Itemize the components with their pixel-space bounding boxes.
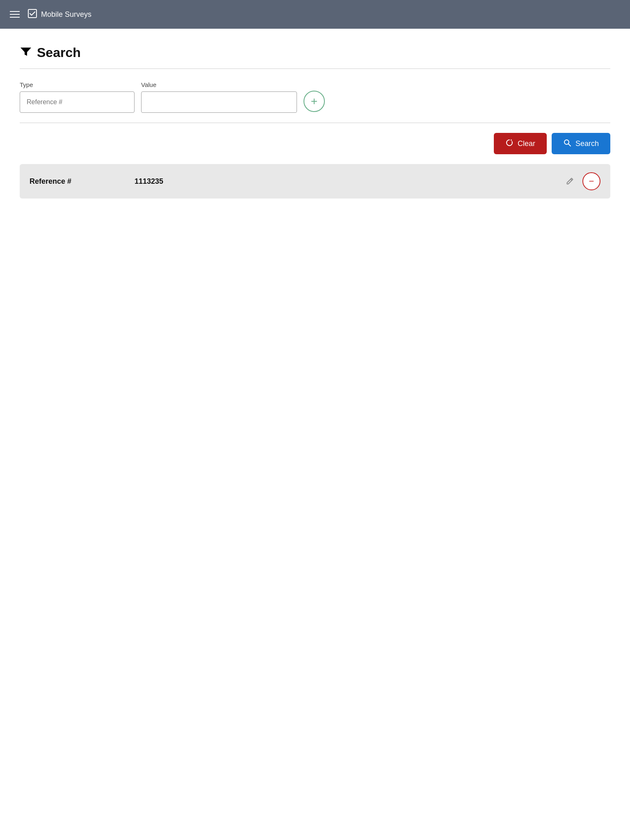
value-input[interactable]: [141, 91, 297, 113]
type-input[interactable]: [20, 91, 135, 113]
form-divider: [20, 123, 610, 123]
svg-line-3: [568, 144, 571, 146]
clear-button-label: Clear: [518, 139, 535, 148]
svg-line-4: [571, 179, 572, 181]
type-label: Type: [20, 81, 135, 88]
page-heading: Search: [20, 45, 610, 60]
value-label: Value: [141, 81, 297, 88]
minus-icon: −: [589, 177, 594, 186]
value-field-group: Value: [141, 81, 297, 113]
refresh-icon: [505, 139, 514, 149]
clear-button[interactable]: Clear: [494, 133, 547, 154]
action-buttons-row: Clear Search: [20, 133, 610, 154]
add-criteria-button[interactable]: +: [304, 91, 325, 112]
result-value: 1113235: [135, 177, 557, 186]
remove-result-button[interactable]: −: [582, 172, 600, 190]
type-field-group: Type: [20, 81, 135, 113]
app-title: Mobile Surveys: [41, 10, 91, 19]
edit-result-button[interactable]: [564, 175, 576, 187]
search-form-row: Type Value +: [20, 81, 610, 113]
main-content: Search Type Value + Clear: [0, 29, 630, 840]
search-button-label: Search: [575, 139, 599, 148]
plus-icon: +: [311, 95, 317, 108]
search-button[interactable]: Search: [552, 133, 610, 154]
filter-icon: [20, 45, 32, 60]
result-row: Reference # 1113235 −: [20, 164, 610, 199]
svg-marker-1: [21, 48, 31, 56]
hamburger-menu[interactable]: [10, 11, 20, 18]
search-icon: [563, 139, 571, 149]
app-logo-area: Mobile Surveys: [28, 9, 91, 20]
app-logo-icon: [28, 9, 37, 20]
app-header: Mobile Surveys: [0, 0, 630, 29]
page-title: Search: [37, 45, 81, 60]
result-label: Reference #: [30, 177, 128, 186]
heading-divider: [20, 68, 610, 69]
